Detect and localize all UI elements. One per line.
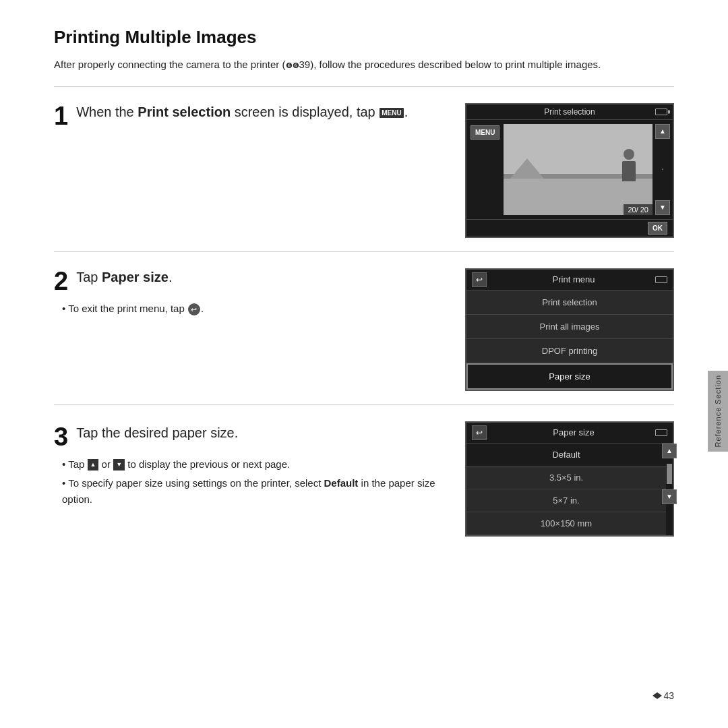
screen-titlebar-1: Print selection <box>466 104 673 120</box>
step-2-number: 2 <box>54 268 68 294</box>
step-2-bullet-1: To exit the print menu, tap ↩. <box>62 301 445 317</box>
step-2-body: To exit the print menu, tap ↩. <box>54 301 445 317</box>
camera-screen-step1: Print selection MENU 15/11/2012 <box>465 103 674 238</box>
battery-icon-3 <box>655 429 667 436</box>
intro-text: After properly connecting the camera to … <box>54 57 674 73</box>
step-2-left: 2 Tap Paper size. To exit the print menu… <box>54 268 445 320</box>
nav-down-btn[interactable]: ▼ <box>655 200 670 215</box>
screen-counter: 20/ 20 <box>624 204 653 215</box>
menu-item-print-selection[interactable]: Print selection <box>466 291 673 315</box>
step-2-heading: 2 Tap Paper size. <box>54 268 445 294</box>
figure-body <box>622 161 636 181</box>
step-1-section: 1 When the Print selection screen is dis… <box>54 87 674 252</box>
arrow-up-icon: ▲ <box>88 459 99 470</box>
step-3-bullet-2: To specify paper size using settings on … <box>62 475 445 508</box>
camera-screen-step2: ↩ Print menu Print selection Print all i… <box>465 268 674 391</box>
step-2-section: 2 Tap Paper size. To exit the print menu… <box>54 252 674 405</box>
paper-size-5x7[interactable]: 5×7 in. <box>466 489 666 512</box>
screen-image-area: 15/11/2012 20/ 20 <box>504 124 653 215</box>
step-1-heading: 1 When the Print selection screen is dis… <box>54 103 445 129</box>
scroll-thumb <box>667 464 672 484</box>
page-icon-left <box>653 692 657 699</box>
step-2-bullets: To exit the print menu, tap ↩. <box>54 301 445 317</box>
step-1-screen: Print selection MENU 15/11/2012 <box>465 103 674 238</box>
page-icon-right <box>657 692 662 699</box>
step-3-number: 3 <box>54 424 68 450</box>
step-3-bullet-1: Tap ▲ or ▼ to display the previous or ne… <box>62 456 445 473</box>
reference-section-label: Reference Section <box>714 375 722 448</box>
menu-items-area: Print selection Print all images DPOF pr… <box>466 291 673 390</box>
page-num-icon <box>653 692 662 699</box>
sketch-mountain <box>510 158 544 179</box>
nav-up-btn[interactable]: ▲ <box>655 124 670 139</box>
page-title: Printing Multiple Images <box>54 27 674 48</box>
ok-button[interactable]: OK <box>648 222 667 235</box>
step-2-screen: ↩ Print menu Print selection Print all i… <box>465 268 674 391</box>
menu-item-dpof[interactable]: DPOF printing <box>466 339 673 363</box>
menu-header-3: ↩ Paper size <box>466 423 673 444</box>
paper-size-3x5[interactable]: 3.5×5 in. <box>466 466 666 489</box>
back-button-2[interactable]: ↩ <box>472 272 487 287</box>
back-button-3[interactable]: ↩ <box>472 425 487 440</box>
step-3-section: 3 Tap the desired paper size. Tap ▲ or ▼… <box>54 405 674 550</box>
nav-dot: · <box>661 163 664 175</box>
step-3-heading: 3 Tap the desired paper size. <box>54 424 445 450</box>
menu-header-2: ↩ Print menu <box>466 270 673 291</box>
paper-size-items: Default 3.5×5 in. 5×7 in. 100×150 mm <box>466 444 666 535</box>
step-1-left: 1 When the Print selection screen is dis… <box>54 103 445 135</box>
scroll-up-btn[interactable]: ▲ <box>662 444 677 458</box>
menu-title-3: Paper size <box>492 427 655 437</box>
scroll-down-btn[interactable]: ▼ <box>662 489 677 504</box>
arrow-down-icon: ▼ <box>113 459 125 470</box>
menu-item-print-all[interactable]: Print all images <box>466 315 673 339</box>
back-icon-step2: ↩ <box>188 303 200 315</box>
page: Printing Multiple Images After properly … <box>0 0 728 728</box>
screen-title-1: Print selection <box>544 107 595 117</box>
screen-body-1: MENU 15/11/2012 20/ 20 <box>466 120 673 219</box>
screen-nav-right: ▲ · ▼ <box>653 120 673 219</box>
menu-button-screen: MENU <box>471 125 499 140</box>
paper-size-100x150[interactable]: 100×150 mm <box>466 512 666 535</box>
menu-item-paper-size[interactable]: Paper size <box>466 363 673 390</box>
battery-icon-2 <box>655 276 667 283</box>
battery-icon <box>655 109 667 115</box>
paper-size-list: Default 3.5×5 in. 5×7 in. 100×150 mm ▲ ▼ <box>466 444 673 535</box>
step-3-screen: ↩ Paper size Default 3.5×5 in. 5×7 in. 1… <box>465 421 674 537</box>
screen-bottom-1: OK <box>466 219 673 237</box>
step-3-left: 3 Tap the desired paper size. Tap ▲ or ▼… <box>54 421 445 510</box>
step-3-body: Tap ▲ or ▼ to display the previous or ne… <box>54 456 445 508</box>
scroll-bar: ▲ ▼ <box>666 444 673 535</box>
menu-title-2: Print menu <box>492 274 655 284</box>
page-number-text: 43 <box>663 690 674 701</box>
step-3-bullets: Tap ▲ or ▼ to display the previous or ne… <box>54 456 445 508</box>
paper-size-default[interactable]: Default <box>466 444 666 466</box>
figure-head <box>624 149 634 160</box>
reference-section-tab: Reference Section <box>708 371 728 452</box>
sketch-figure <box>619 149 639 183</box>
menu-icon: MENU <box>380 108 403 118</box>
page-number: 43 <box>653 690 674 701</box>
step-1-number: 1 <box>54 103 68 129</box>
camera-screen-step3: ↩ Paper size Default 3.5×5 in. 5×7 in. 1… <box>465 421 674 537</box>
